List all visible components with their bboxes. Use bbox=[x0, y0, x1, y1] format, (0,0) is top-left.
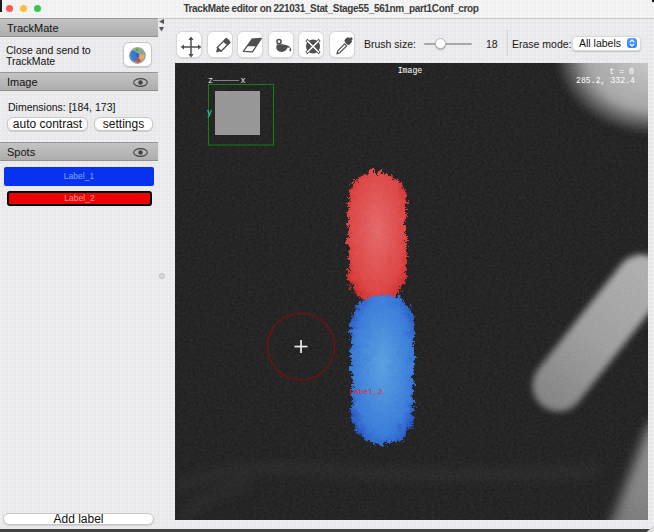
svg-text:y: y bbox=[207, 108, 212, 118]
svg-text:Image: Image bbox=[398, 66, 423, 75]
svg-text:285.2, 332.4: 285.2, 332.4 bbox=[576, 76, 635, 85]
svg-text:t = 0: t = 0 bbox=[609, 67, 634, 76]
svg-text:Label_2: Label_2 bbox=[349, 387, 383, 396]
svg-text:z: z bbox=[208, 76, 213, 86]
svg-text:x: x bbox=[241, 76, 246, 86]
